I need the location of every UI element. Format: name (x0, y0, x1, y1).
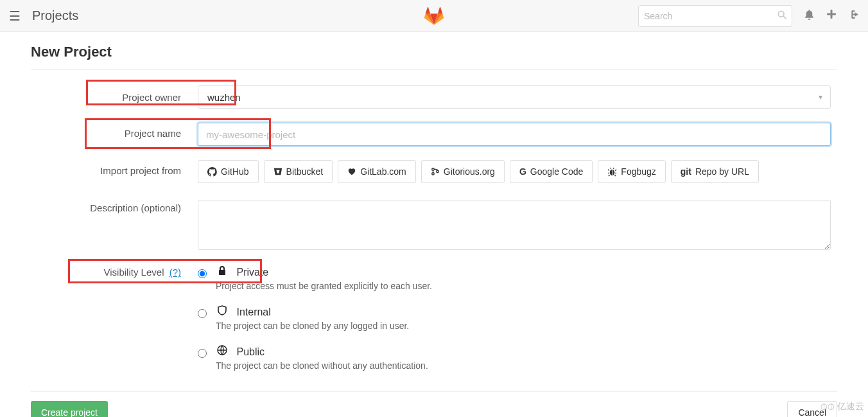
import-from-label: Import project from (31, 160, 198, 176)
nav-title: Projects (32, 8, 78, 23)
import-source-label: Bitbucket (286, 166, 324, 177)
bitbucket-icon (273, 167, 282, 176)
project-owner-selected: wuzhen (198, 92, 250, 103)
divider (31, 391, 837, 392)
svg-point-4 (432, 168, 435, 171)
import-source-label: Google Code (530, 166, 584, 177)
visibility-label-col: Visibility Level (?) (31, 267, 198, 278)
visibility-help-link[interactable]: (?) (169, 267, 181, 278)
project-owner-label: Project owner (31, 85, 198, 103)
signout-icon[interactable] (848, 9, 859, 23)
visibility-option-label: Internal (236, 306, 270, 317)
svg-line-1 (783, 16, 786, 19)
description-label: Description (optional) (31, 200, 198, 213)
import-github-button[interactable]: GitHub (198, 160, 259, 183)
visibility-internal[interactable]: Internal The project can be cloned by an… (198, 305, 831, 331)
visibility-public-radio[interactable] (198, 349, 207, 358)
import-bitbucket-button[interactable]: Bitbucket (264, 160, 333, 183)
search-box[interactable] (638, 5, 792, 27)
import-source-label: Gitorious.org (444, 166, 495, 177)
svg-rect-9 (219, 270, 225, 275)
shield-icon (216, 305, 229, 315)
project-owner-select[interactable]: wuzhen ▾ (198, 85, 831, 109)
page-container: New Project Project owner wuzhen ▾ Proje… (0, 32, 868, 417)
menu-toggle-icon[interactable]: ☰ (9, 8, 21, 24)
new-project-form: Project owner wuzhen ▾ Project name Impo… (31, 85, 837, 417)
visibility-option-label: Private (236, 267, 268, 278)
navbar: ☰ Projects (0, 0, 868, 32)
google-icon: G (519, 166, 526, 177)
import-gitorious-button[interactable]: Gitorious.org (421, 160, 505, 183)
import-source-label: GitHub (221, 166, 249, 177)
import-sources: GitHub Bitbucket GitLab.com Gitorious.or… (198, 160, 831, 183)
visibility-options: Private Project access must be granted e… (198, 265, 831, 371)
form-actions: Create project Cancel (31, 401, 837, 417)
search-icon[interactable] (777, 10, 786, 21)
gitorious-icon (431, 167, 440, 176)
project-owner-row: Project owner wuzhen ▾ (31, 85, 837, 109)
svg-point-5 (432, 173, 435, 175)
import-from-row: Import project from GitHub Bitbucket Git… (31, 160, 837, 183)
import-source-label: Fogbugz (621, 166, 655, 177)
project-name-input[interactable] (198, 123, 831, 146)
visibility-private[interactable]: Private Project access must be granted e… (198, 265, 831, 291)
cancel-button[interactable]: Cancel (787, 401, 837, 417)
lock-icon (216, 265, 229, 276)
chevron-down-icon: ▾ (811, 93, 830, 102)
import-source-label: GitLab.com (360, 166, 406, 177)
description-row: Description (optional) (31, 200, 837, 253)
import-fogbugz-button[interactable]: Fogbugz (598, 160, 665, 183)
visibility-public[interactable]: Public The project can be cloned without… (198, 345, 831, 371)
project-name-label: Project name (31, 123, 198, 139)
visibility-option-description: The project can be cloned without any au… (216, 360, 428, 371)
notifications-icon[interactable] (804, 9, 815, 23)
visibility-option-description: The project can be cloned by any logged … (216, 321, 409, 331)
svg-rect-3 (827, 13, 836, 15)
description-textarea[interactable] (198, 200, 831, 250)
visibility-option-label: Public (236, 346, 265, 357)
import-repo-url-button[interactable]: git Repo by URL (671, 160, 759, 183)
page-title: New Project (31, 44, 837, 60)
git-icon: git (681, 166, 691, 177)
visibility-row: Visibility Level (?) Private Project acc… (31, 267, 837, 377)
globe-icon (216, 345, 229, 355)
visibility-label: Visibility Level (104, 267, 164, 278)
divider (31, 69, 837, 70)
create-project-button[interactable]: Create project (31, 401, 108, 417)
visibility-internal-radio[interactable] (198, 309, 207, 318)
import-gitlab-button[interactable]: GitLab.com (338, 160, 416, 183)
project-name-row: Project name (31, 123, 837, 146)
search-input[interactable] (644, 11, 777, 21)
gitlab-logo[interactable] (424, 7, 444, 25)
visibility-private-radio[interactable] (198, 269, 207, 278)
import-googlecode-button[interactable]: G Google Code (510, 160, 593, 183)
nav-right (638, 5, 859, 27)
heart-icon (347, 167, 356, 176)
import-source-label: Repo by URL (695, 166, 749, 177)
github-icon (207, 167, 217, 177)
visibility-option-description: Project access must be granted explicitl… (216, 281, 432, 291)
new-icon[interactable] (826, 9, 837, 22)
bug-icon (607, 167, 617, 177)
